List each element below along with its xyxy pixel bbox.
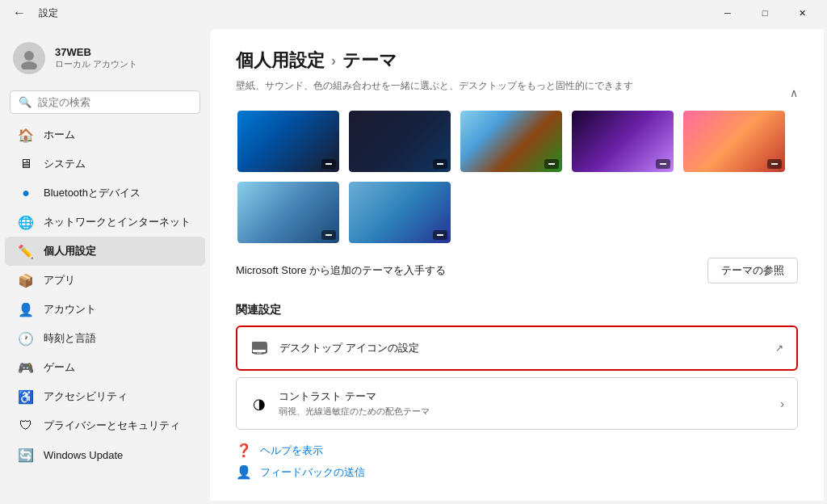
search-input[interactable]	[38, 96, 191, 108]
windows-update-icon: 🔄	[18, 447, 34, 463]
sidebar-item-time[interactable]: 🕐 時刻と言語	[5, 324, 205, 353]
search-box[interactable]: 🔍	[10, 90, 200, 114]
related-item-desktop-icons[interactable]: デスクトップ アイコンの設定 ↗	[236, 326, 798, 371]
sidebar-item-time-label: 時刻と言語	[44, 331, 96, 346]
sidebar-item-gaming-label: ゲーム	[44, 360, 75, 375]
theme-preview-2	[349, 111, 451, 172]
store-link-row: Microsoft Store から追加のテーマを入手する テーマの参照	[236, 258, 798, 284]
maximize-button[interactable]: □	[746, 0, 783, 26]
theme-item-3[interactable]	[459, 109, 564, 174]
theme-preview-7	[349, 182, 451, 243]
svg-rect-4	[257, 352, 262, 354]
desktop-icons-info: デスクトップ アイコンの設定	[279, 341, 775, 355]
theme-badge-6	[321, 230, 336, 240]
sidebar-item-privacy-label: プライバシーとセキュリティ	[44, 418, 180, 433]
user-info: 37WEB ローカル アカウント	[55, 46, 137, 70]
theme-preview-3	[460, 111, 562, 172]
theme-preview-5	[683, 111, 785, 172]
chevron-right-icon: ›	[780, 397, 784, 410]
sidebar-nav: 🏠 ホーム 🖥 システム ● Bluetoothとデバイス 🌐 ネットワークとイ…	[0, 120, 210, 469]
help-link-feedback[interactable]: 👤 フィードバックの送信	[236, 464, 798, 480]
sidebar-item-home-label: ホーム	[44, 128, 75, 142]
breadcrumb-separator: ›	[331, 52, 336, 69]
back-button[interactable]: ←	[6, 2, 32, 23]
personalization-icon: ✏️	[18, 243, 34, 259]
help-link-help-label[interactable]: ヘルプを表示	[260, 443, 323, 458]
titlebar-left: ← 設定	[6, 2, 58, 23]
sidebar-item-windows-update-label: Windows Update	[44, 449, 123, 461]
titlebar-title: 設定	[39, 6, 58, 20]
sidebar-item-gaming[interactable]: 🎮 ゲーム	[5, 353, 205, 382]
search-icon: 🔍	[19, 96, 31, 108]
sidebar-item-bluetooth-label: Bluetoothとデバイス	[44, 186, 141, 200]
theme-item-5[interactable]	[682, 109, 787, 174]
accounts-icon: 👤	[18, 301, 34, 317]
theme-badge-3	[544, 159, 559, 169]
sidebar: 37WEB ローカル アカウント 🔍 🏠 ホーム 🖥 システム ● Blueto…	[0, 26, 210, 504]
sidebar-item-privacy[interactable]: 🛡 プライバシーとセキュリティ	[5, 411, 205, 440]
page-description: 壁紙、サウンド、色の組み合わせを一緒に選ぶと、デスクトップをもっと固性的にできま…	[236, 79, 633, 93]
help-link-help[interactable]: ❓ ヘルプを表示	[236, 443, 798, 458]
theme-badge-7	[433, 230, 447, 240]
sidebar-item-network[interactable]: 🌐 ネットワークとインターネット	[5, 208, 205, 237]
theme-preview-1	[237, 111, 339, 172]
contrast-title: コントラスト テーマ	[279, 389, 780, 404]
help-link-feedback-label[interactable]: フィードバックの送信	[260, 465, 365, 480]
user-profile[interactable]: 37WEB ローカル アカウント	[0, 32, 210, 84]
network-icon: 🌐	[18, 214, 34, 230]
sidebar-item-accounts-label: アカウント	[44, 302, 96, 317]
user-name: 37WEB	[55, 46, 137, 58]
sidebar-item-accessibility[interactable]: ♿ アクセシビリティ	[5, 382, 205, 411]
sidebar-item-system-label: システム	[44, 157, 86, 171]
theme-item-1[interactable]	[236, 109, 341, 174]
user-type: ローカル アカウント	[55, 58, 137, 70]
svg-point-1	[21, 61, 37, 69]
theme-badge-4	[656, 159, 670, 169]
titlebar: ← 設定 ─ □ ✕	[0, 0, 827, 26]
related-settings-title: 関連設定	[236, 303, 798, 317]
store-link-text: Microsoft Store から追加のテーマを入手する	[236, 263, 446, 278]
contrast-icon: ◑	[250, 394, 269, 414]
sidebar-item-system[interactable]: 🖥 システム	[5, 149, 205, 178]
sidebar-item-personalization[interactable]: ✏️ 個人用設定	[5, 237, 205, 266]
collapse-icon[interactable]: ∧	[790, 86, 798, 99]
theme-grid	[236, 109, 798, 245]
theme-item-6[interactable]	[236, 180, 341, 245]
sidebar-item-accounts[interactable]: 👤 アカウント	[5, 295, 205, 324]
sidebar-item-apps[interactable]: 📦 アプリ	[5, 266, 205, 295]
page-subtitle-row: 壁紙、サウンド、色の組み合わせを一緒に選ぶと、デスクトップをもっと固性的にできま…	[236, 79, 798, 106]
sidebar-item-network-label: ネットワークとインターネット	[44, 215, 191, 229]
minimize-button[interactable]: ─	[709, 0, 746, 26]
theme-badge-1	[321, 159, 336, 169]
breadcrumb-parent: 個人用設定	[236, 48, 325, 73]
apps-icon: 📦	[18, 272, 34, 288]
svg-point-0	[24, 51, 34, 61]
svg-rect-3	[252, 342, 267, 350]
feedback-icon: 👤	[236, 464, 252, 480]
titlebar-controls: ─ □ ✕	[709, 0, 821, 26]
sidebar-item-home[interactable]: 🏠 ホーム	[5, 120, 205, 149]
contrast-subtitle: 弱視、光線過敏症のための配色テーマ	[279, 405, 780, 418]
desktop-icons-title: デスクトップ アイコンの設定	[279, 341, 775, 355]
gaming-icon: 🎮	[18, 359, 34, 376]
home-icon: 🏠	[18, 127, 34, 143]
theme-item-4[interactable]	[570, 109, 675, 174]
related-item-contrast[interactable]: ◑ コントラスト テーマ 弱視、光線過敏症のための配色テーマ ›	[236, 377, 798, 430]
breadcrumb: 個人用設定 › テーマ	[236, 48, 798, 73]
contrast-info: コントラスト テーマ 弱視、光線過敏症のための配色テーマ	[279, 389, 780, 418]
theme-preview-4	[572, 111, 674, 172]
bluetooth-icon: ●	[18, 185, 34, 201]
help-links: ❓ ヘルプを表示 👤 フィードバックの送信	[236, 443, 798, 480]
theme-item-2[interactable]	[347, 109, 452, 174]
theme-badge-5	[767, 159, 782, 169]
theme-browse-button[interactable]: テーマの参照	[707, 258, 798, 284]
desktop-icons-icon	[250, 338, 270, 358]
theme-preview-6	[237, 182, 339, 243]
sidebar-item-windows-update[interactable]: 🔄 Windows Update	[5, 440, 205, 469]
sidebar-item-personalization-label: 個人用設定	[44, 244, 96, 258]
sidebar-item-bluetooth[interactable]: ● Bluetoothとデバイス	[5, 178, 205, 208]
privacy-icon: 🛡	[18, 418, 34, 434]
theme-item-7[interactable]	[347, 180, 452, 245]
breadcrumb-current: テーマ	[342, 48, 397, 73]
close-button[interactable]: ✕	[783, 0, 821, 26]
